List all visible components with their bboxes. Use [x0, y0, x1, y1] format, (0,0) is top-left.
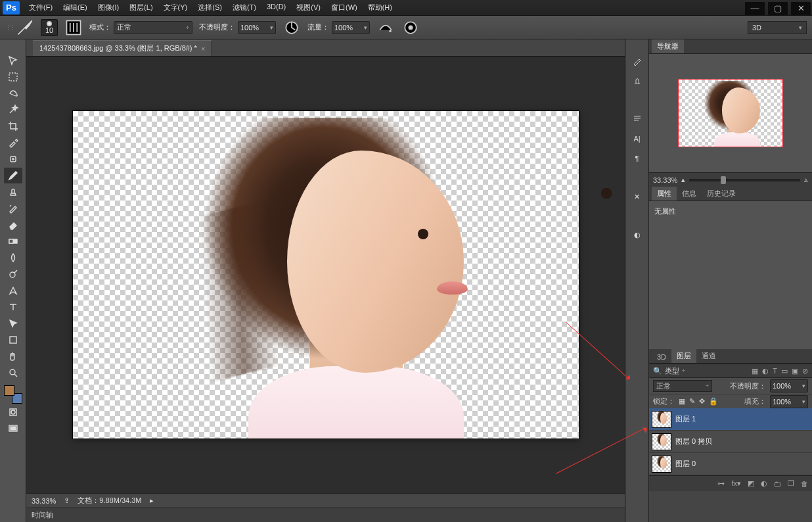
brush-panel-toggle-icon[interactable]: [64, 19, 83, 36]
magic-wand-tool[interactable]: [4, 102, 22, 118]
pressure-opacity-icon[interactable]: [282, 19, 301, 36]
path-select-tool[interactable]: [4, 316, 22, 331]
info-tab[interactable]: 信息: [677, 187, 702, 201]
menu-type[interactable]: 文字(Y): [158, 0, 193, 15]
menu-layer[interactable]: 图层(L): [124, 0, 158, 15]
blur-tool[interactable]: [4, 250, 22, 266]
navigator-zoom-value[interactable]: 33.33%: [653, 176, 677, 184]
link-layers-icon[interactable]: ⊶: [717, 479, 725, 488]
quickmask-toggle[interactable]: [4, 404, 22, 420]
history-brush-tool[interactable]: [4, 201, 22, 216]
brush-preset-picker[interactable]: 10: [41, 19, 58, 36]
navigator-thumbnail[interactable]: [678, 79, 783, 147]
lock-trans-icon[interactable]: ▦: [679, 397, 685, 406]
libraries-panel-icon[interactable]: ◐: [629, 227, 645, 242]
adjustment-layer-icon[interactable]: ◐: [761, 479, 767, 488]
timeline-panel-tab[interactable]: 时间轴: [26, 508, 625, 522]
mask-icon[interactable]: ◩: [748, 479, 754, 488]
filter-adjust-icon[interactable]: ◐: [762, 367, 769, 375]
zoom-tool[interactable]: [4, 365, 22, 381]
menu-window[interactable]: 窗口(W): [326, 0, 363, 15]
menu-select[interactable]: 选择(S): [192, 0, 227, 15]
filter-type-icon[interactable]: T: [773, 367, 777, 375]
lock-all-icon[interactable]: 🔒: [709, 397, 718, 406]
filter-smart-icon[interactable]: ▣: [792, 367, 798, 375]
canvas[interactable]: [73, 111, 579, 439]
menu-view[interactable]: 视图(V): [291, 0, 326, 15]
menu-edit[interactable]: 编辑(E): [58, 0, 93, 15]
window-minimize[interactable]: —: [745, 2, 765, 15]
layer-name[interactable]: 图层 0 拷贝: [675, 437, 712, 446]
layer-fill-input[interactable]: 100%▾: [770, 395, 808, 408]
healing-brush-tool[interactable]: [4, 151, 22, 167]
document-tab[interactable]: 1425437808663.jpg @ 33.3% (图层 1, RGB/8#)…: [33, 40, 212, 56]
new-layer-icon[interactable]: ❐: [788, 479, 794, 488]
brush-presets-icon[interactable]: [629, 54, 645, 68]
color-swatches[interactable]: [4, 385, 22, 404]
layer-thumbnail[interactable]: [652, 411, 671, 428]
layers-tab[interactable]: 图层: [671, 349, 696, 363]
blend-mode-dropdown[interactable]: 正常÷: [114, 21, 192, 34]
menu-file[interactable]: 文件(F): [24, 0, 58, 15]
menu-filter[interactable]: 滤镜(T): [227, 0, 261, 15]
airbrush-icon[interactable]: [376, 19, 395, 36]
filter-kind-label[interactable]: 类型: [665, 366, 679, 376]
window-close[interactable]: ✕: [791, 2, 811, 15]
flow-input[interactable]: 100%▾: [332, 21, 370, 34]
paragraph-styles-icon[interactable]: ¶: [629, 151, 645, 166]
pressure-size-icon[interactable]: [401, 19, 420, 36]
move-tool[interactable]: [4, 53, 22, 68]
hand-tool[interactable]: [4, 348, 22, 364]
layer-name[interactable]: 图层 0: [675, 459, 696, 469]
navigator-tab[interactable]: 导航器: [652, 39, 684, 53]
marquee-tool[interactable]: [4, 69, 22, 85]
foreground-color-swatch[interactable]: [4, 385, 14, 396]
menu-3d[interactable]: 3D(D): [261, 0, 291, 15]
filter-shape-icon[interactable]: ▭: [781, 367, 788, 375]
shape-tool[interactable]: [4, 332, 22, 348]
pen-tool[interactable]: [4, 283, 22, 298]
dodge-tool[interactable]: [4, 266, 22, 282]
navigator-zoom-slider[interactable]: [689, 179, 800, 181]
menu-help[interactable]: 帮助(H): [363, 0, 397, 15]
brush-tool[interactable]: [4, 168, 22, 183]
search-icon[interactable]: 🔍: [653, 367, 662, 375]
paragraph-panel-icon[interactable]: [629, 112, 645, 126]
group-icon[interactable]: 🗀: [774, 480, 781, 488]
window-maximize[interactable]: ▢: [768, 2, 788, 15]
close-tab-icon[interactable]: ×: [201, 45, 205, 53]
lock-paint-icon[interactable]: ✎: [689, 397, 695, 406]
layer-row[interactable]: 👁 图层 1: [649, 408, 812, 431]
layer-thumbnail[interactable]: [652, 433, 671, 450]
menu-image[interactable]: 图像(I): [93, 0, 124, 15]
canvas-viewport[interactable]: [26, 57, 625, 493]
screenmode-toggle[interactable]: [4, 421, 22, 437]
character-panel-icon[interactable]: A|: [629, 131, 645, 146]
channels-tab[interactable]: 通道: [696, 349, 721, 363]
filter-pixel-icon[interactable]: ▦: [752, 367, 758, 375]
fx-icon[interactable]: fx▾: [731, 479, 741, 488]
gradient-tool[interactable]: [4, 233, 22, 249]
type-tool[interactable]: [4, 299, 22, 315]
filter-toggle-icon[interactable]: ⊘: [802, 367, 808, 375]
clone-source-icon[interactable]: [629, 74, 645, 88]
status-chevron-icon[interactable]: ▸: [150, 496, 154, 505]
properties-tab[interactable]: 属性: [652, 187, 677, 201]
current-tool-brush-icon[interactable]: [16, 19, 34, 36]
3d-tab[interactable]: 3D: [652, 351, 671, 363]
crop-tool[interactable]: [4, 118, 22, 134]
eyedropper-tool[interactable]: [4, 135, 22, 151]
layer-opacity-input[interactable]: 100%▾: [770, 379, 808, 392]
opacity-input[interactable]: 100%▾: [238, 21, 276, 34]
history-tab[interactable]: 历史记录: [702, 187, 741, 201]
lasso-tool[interactable]: [4, 85, 22, 101]
layer-blend-mode-dropdown[interactable]: 正常÷: [653, 380, 712, 392]
lock-pos-icon[interactable]: ✥: [699, 397, 705, 406]
zoom-in-icon[interactable]: ▵: [804, 176, 808, 184]
status-export-icon[interactable]: ⇪: [64, 496, 70, 505]
clone-stamp-tool[interactable]: [4, 184, 22, 200]
layer-row[interactable]: 图层 0 拷贝: [649, 431, 812, 453]
workspace-switcher[interactable]: 3D▾: [748, 21, 807, 34]
layer-row[interactable]: 图层 0: [649, 453, 812, 475]
delete-layer-icon[interactable]: 🗑: [801, 480, 808, 488]
